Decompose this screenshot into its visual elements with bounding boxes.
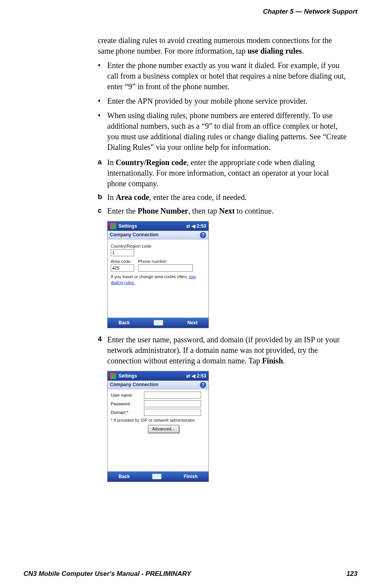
keyboard-icon[interactable] bbox=[154, 320, 163, 325]
text: Enter the user name, password, and domai… bbox=[107, 335, 340, 365]
text: , then tap bbox=[188, 207, 219, 215]
text: , enter the area code, if needed. bbox=[149, 193, 246, 201]
phone-input[interactable] bbox=[138, 264, 193, 272]
wm-subtitle: Company Connection ? bbox=[108, 381, 208, 389]
step-a: a In Country/Region code, enter the appr… bbox=[98, 157, 350, 189]
text: In bbox=[107, 193, 116, 201]
numbered-list: 4 Enter the user name, password, and dom… bbox=[98, 334, 350, 366]
speaker-icon: ◀ bbox=[192, 223, 195, 229]
connectivity-icon: ⇄ bbox=[186, 223, 190, 229]
status-icons: ⇄ ◀ 2:53 bbox=[186, 223, 206, 229]
step-marker: 4 bbox=[98, 334, 102, 344]
device-screenshot-1: Settings ⇄ ◀ 2:53 Company Connection ? C… bbox=[107, 221, 209, 328]
password-input[interactable] bbox=[144, 400, 201, 407]
lettered-list: a In Country/Region code, enter the appr… bbox=[98, 157, 350, 216]
subtitle-text: Company Connection bbox=[110, 381, 158, 388]
step-marker: c bbox=[98, 206, 102, 215]
text: to continue. bbox=[235, 207, 273, 215]
country-label: Country/Region code: bbox=[111, 243, 205, 249]
page-number: 123 bbox=[347, 570, 358, 578]
note-text: If you travel or change area codes often… bbox=[111, 274, 189, 279]
keyboard-icon[interactable] bbox=[152, 474, 162, 479]
page-header: Chapter 5 — Network Support bbox=[23, 8, 358, 16]
wm-title: Settings bbox=[119, 373, 186, 379]
wm-titlebar: Settings ⇄ ◀ 2:53 bbox=[108, 371, 208, 381]
text: Enter the bbox=[107, 207, 138, 215]
back-button[interactable]: Back bbox=[119, 320, 130, 326]
step-marker: a bbox=[98, 157, 102, 167]
bullet-item: Enter the APN provided by your mobile ph… bbox=[98, 96, 350, 106]
page-footer: CN3 Mobile Computer User's Manual - PREL… bbox=[23, 570, 358, 578]
dialing-note: If you travel or change area codes often… bbox=[111, 274, 205, 286]
username-label: User name: bbox=[111, 392, 144, 398]
domain-label: Domain:* bbox=[111, 410, 144, 415]
wm-body: Country/Region code: Area code: Phone nu… bbox=[108, 239, 208, 318]
wm-subtitle: Company Connection ? bbox=[108, 231, 208, 239]
phone-label: Phone number: bbox=[138, 259, 205, 264]
text-bold: Next bbox=[219, 207, 235, 215]
step-b: b In Area code, enter the area code, if … bbox=[98, 192, 350, 203]
text-bold: Country/Region code bbox=[116, 158, 187, 167]
domain-note: * If provided by ISP or network administ… bbox=[111, 417, 205, 423]
wm-titlebar: Settings ⇄ ◀ 2:53 bbox=[108, 221, 208, 231]
finish-button[interactable]: Finish bbox=[184, 473, 198, 480]
help-icon[interactable]: ? bbox=[200, 232, 206, 238]
windows-flag-icon bbox=[110, 223, 116, 229]
text: . bbox=[302, 47, 304, 55]
password-label: Password: bbox=[111, 401, 144, 407]
next-button[interactable]: Next bbox=[187, 320, 198, 326]
clock-text: 2:53 bbox=[197, 223, 206, 229]
domain-input[interactable] bbox=[144, 409, 201, 416]
wm-softkeys: Back Finish bbox=[108, 471, 208, 482]
text: In bbox=[107, 158, 116, 167]
windows-flag-icon bbox=[110, 373, 116, 379]
clock-text: 2:53 bbox=[197, 373, 206, 379]
speaker-icon: ◀ bbox=[192, 373, 195, 379]
step-c: c Enter the Phone Number, then tap Next … bbox=[98, 206, 350, 216]
bullet-item: When using dialing rules, phone numbers … bbox=[98, 110, 350, 153]
area-label: Area code: bbox=[111, 259, 134, 264]
subtitle-text: Company Connection bbox=[110, 232, 158, 238]
username-input[interactable] bbox=[144, 392, 201, 399]
bullet-list: Enter the phone number exactly as you wa… bbox=[98, 60, 350, 153]
step-marker: b bbox=[98, 192, 102, 201]
wm-title: Settings bbox=[119, 223, 186, 229]
area-input[interactable] bbox=[111, 264, 134, 272]
device-screenshot-2: Settings ⇄ ◀ 2:53 Company Connection ? U… bbox=[107, 371, 209, 482]
intro-paragraph: create dialing rules to avoid creating n… bbox=[98, 35, 350, 56]
status-icons: ⇄ ◀ 2:53 bbox=[186, 373, 206, 379]
wm-body: User name: Password: Domain:* * If provi… bbox=[108, 389, 208, 471]
wm-softkeys: Back Next bbox=[108, 318, 208, 328]
help-icon[interactable]: ? bbox=[200, 382, 206, 388]
footer-left: CN3 Mobile Computer User's Manual - PREL… bbox=[23, 570, 191, 578]
country-input[interactable] bbox=[111, 249, 134, 256]
bullet-item: Enter the phone number exactly as you wa… bbox=[98, 60, 350, 92]
step-4: 4 Enter the user name, password, and dom… bbox=[98, 334, 350, 366]
text-bold: use dialing rules bbox=[248, 47, 302, 55]
page-content: create dialing rules to avoid creating n… bbox=[98, 35, 350, 482]
connectivity-icon: ⇄ bbox=[186, 373, 190, 379]
text: . bbox=[283, 356, 285, 365]
text-bold: Area code bbox=[116, 193, 149, 201]
back-button[interactable]: Back bbox=[119, 473, 130, 480]
text-bold: Finish bbox=[262, 356, 283, 365]
advanced-button[interactable]: Advanced... bbox=[148, 425, 179, 433]
text-bold: Phone Number bbox=[138, 207, 188, 215]
